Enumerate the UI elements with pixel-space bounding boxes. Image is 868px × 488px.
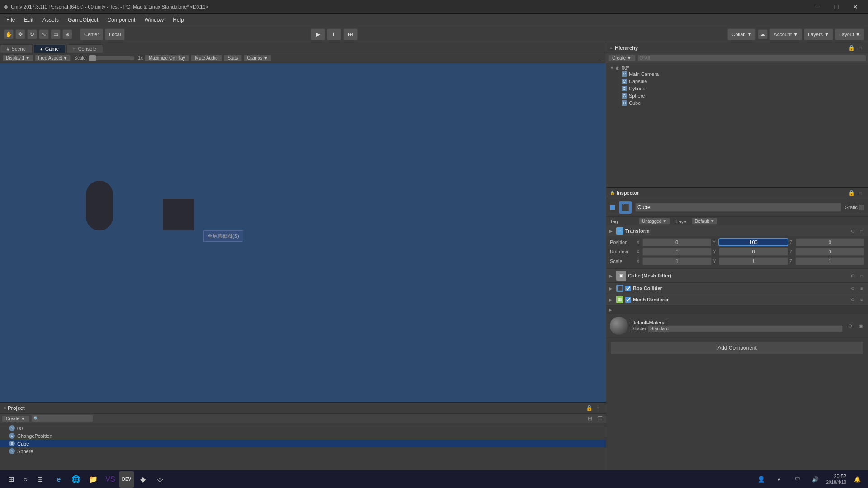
menu-window[interactable]: Window bbox=[140, 15, 168, 25]
project-filter-icon[interactable]: ⊞ bbox=[586, 414, 594, 422]
scale-x-field[interactable] bbox=[642, 257, 712, 265]
box-collider-options-icon[interactable]: ≡ bbox=[858, 285, 865, 292]
project-item-cube[interactable]: S Cube bbox=[0, 440, 606, 447]
mesh-filter-header[interactable]: ▶ ▣ Cube (Mesh Filter) ⚙ ≡ bbox=[606, 269, 868, 282]
game-panel-minimize[interactable]: _ bbox=[597, 55, 603, 61]
menu-file[interactable]: File bbox=[2, 15, 19, 25]
box-collider-menu-icon[interactable]: ⚙ bbox=[849, 285, 856, 292]
hierarchy-scene-root[interactable]: ▼ ◐ 00* bbox=[606, 64, 868, 70]
add-component-button[interactable]: Add Component bbox=[611, 342, 863, 354]
taskbar-search-button[interactable]: ○ bbox=[18, 472, 33, 487]
minimize-button[interactable]: ─ bbox=[808, 0, 826, 14]
transform-menu-icon[interactable]: ⚙ bbox=[849, 227, 856, 235]
move-tool-icon[interactable]: ✜ bbox=[15, 29, 25, 39]
menu-edit[interactable]: Edit bbox=[19, 15, 38, 25]
position-x-field[interactable] bbox=[642, 238, 711, 246]
tab-game[interactable]: ● Game bbox=[33, 44, 66, 53]
display-dropdown[interactable]: Display 1 ▼ bbox=[3, 55, 33, 61]
project-item-00[interactable]: S 00 bbox=[0, 424, 606, 432]
hierarchy-item-cylinder[interactable]: C Cylinder bbox=[606, 85, 868, 92]
mesh-renderer-menu-icon[interactable]: ⚙ bbox=[849, 296, 856, 303]
project-view-icon[interactable]: ☰ bbox=[596, 414, 604, 422]
menu-gameobject[interactable]: GameObject bbox=[63, 15, 103, 25]
transform-header[interactable]: ▶ ↔ Transform ⚙ ≡ bbox=[606, 225, 868, 236]
maximize-button[interactable]: □ bbox=[827, 0, 845, 14]
static-checkbox[interactable] bbox=[859, 205, 864, 210]
pause-button[interactable]: ⏸ bbox=[327, 28, 341, 40]
center-button[interactable]: Center bbox=[80, 28, 103, 40]
play-button[interactable]: ▶ bbox=[311, 28, 325, 40]
position-z-field[interactable] bbox=[796, 238, 864, 246]
hierarchy-item-maincamera[interactable]: C Main Camera bbox=[606, 70, 868, 78]
taskbar-unity2-icon[interactable]: ◇ bbox=[152, 471, 168, 488]
project-item-sphere[interactable]: S Sphere bbox=[0, 447, 606, 455]
material-select-icon[interactable]: ◉ bbox=[857, 322, 864, 329]
hierarchy-options-icon[interactable]: ≡ bbox=[856, 44, 864, 52]
rotate-tool-icon[interactable]: ↻ bbox=[27, 29, 37, 39]
hierarchy-lock-icon[interactable]: 🔒 bbox=[847, 44, 855, 52]
taskbar-network-icon[interactable]: 👤 bbox=[754, 472, 769, 487]
rotation-z-field[interactable] bbox=[795, 248, 864, 256]
taskbar-file-explorer-icon[interactable]: 📁 bbox=[85, 471, 101, 488]
object-active-checkbox[interactable] bbox=[610, 205, 615, 210]
close-button[interactable]: ✕ bbox=[846, 0, 864, 14]
mute-audio-button[interactable]: Mute Audio bbox=[191, 55, 222, 61]
mesh-filter-options-icon[interactable]: ≡ bbox=[858, 272, 865, 279]
rotation-x-field[interactable] bbox=[642, 248, 712, 256]
taskbar-speaker-icon[interactable]: 🔊 bbox=[808, 472, 823, 487]
step-button[interactable]: ⏭ bbox=[343, 28, 358, 40]
project-search-input[interactable] bbox=[31, 415, 93, 422]
taskbar-task-view-button[interactable]: ⊟ bbox=[33, 472, 47, 487]
material-header[interactable]: ▶ bbox=[606, 305, 868, 314]
material-menu-icon[interactable]: ⚙ bbox=[846, 322, 854, 329]
tag-dropdown[interactable]: Untagged ▼ bbox=[639, 218, 670, 225]
gizmos-dropdown[interactable]: Gizmos ▼ bbox=[244, 55, 271, 61]
project-lock-icon[interactable]: 🔒 bbox=[585, 404, 593, 412]
rotation-y-field[interactable] bbox=[719, 248, 788, 256]
taskbar-vs-icon[interactable]: VS bbox=[102, 471, 118, 488]
transform-options-icon[interactable]: ≡ bbox=[858, 227, 865, 235]
taskbar-chrome-icon[interactable]: 🌐 bbox=[68, 471, 84, 488]
mesh-renderer-enabled-checkbox[interactable] bbox=[625, 297, 631, 303]
taskbar-system-tray[interactable]: ∧ bbox=[772, 472, 787, 487]
project-options-icon[interactable]: ≡ bbox=[594, 404, 602, 412]
layers-button[interactable]: Layers ▼ bbox=[804, 28, 833, 40]
menu-component[interactable]: Component bbox=[103, 15, 140, 25]
scale-tool-icon[interactable]: ⤡ bbox=[39, 29, 49, 39]
hand-tool-icon[interactable]: ✋ bbox=[4, 29, 14, 39]
local-button[interactable]: Local bbox=[105, 28, 125, 40]
mesh-renderer-header[interactable]: ▶ ▦ Mesh Renderer ⚙ ≡ bbox=[606, 294, 868, 305]
rect-tool-icon[interactable]: ▭ bbox=[51, 29, 61, 39]
cloud-icon[interactable]: ☁ bbox=[758, 29, 768, 39]
tab-console[interactable]: ≡ Console bbox=[66, 44, 103, 53]
mesh-renderer-options-icon[interactable]: ≡ bbox=[858, 296, 865, 303]
hierarchy-item-sphere[interactable]: C Sphere bbox=[606, 92, 868, 99]
layout-button[interactable]: Layout ▼ bbox=[835, 28, 864, 40]
menu-assets[interactable]: Assets bbox=[38, 15, 63, 25]
start-button[interactable]: ⊞ bbox=[4, 472, 18, 487]
menu-help[interactable]: Help bbox=[168, 15, 189, 25]
object-name-field[interactable] bbox=[635, 203, 841, 212]
maximize-on-play-button[interactable]: Maximize On Play bbox=[145, 55, 189, 61]
account-button[interactable]: Account ▼ bbox=[769, 28, 802, 40]
mesh-filter-menu-icon[interactable]: ⚙ bbox=[849, 272, 856, 279]
inspector-lock-icon[interactable]: 🔒 bbox=[847, 189, 855, 197]
box-collider-enabled-checkbox[interactable] bbox=[625, 286, 631, 291]
taskbar-edge-icon[interactable]: e bbox=[51, 471, 67, 488]
inspector-options-icon[interactable]: ≡ bbox=[856, 189, 864, 197]
hierarchy-search-input[interactable] bbox=[637, 55, 866, 62]
scale-y-field[interactable] bbox=[719, 257, 788, 265]
tab-scene[interactable]: # Scene bbox=[0, 44, 33, 53]
taskbar-notifications-icon[interactable]: 🔔 bbox=[850, 472, 864, 487]
taskbar-dev-icon[interactable]: DEV bbox=[119, 471, 134, 488]
layer-dropdown[interactable]: Default ▼ bbox=[692, 218, 718, 225]
hierarchy-item-capsule[interactable]: C Capsule bbox=[606, 78, 868, 85]
box-collider-header[interactable]: ▶ ⬛ Box Collider ⚙ ≡ bbox=[606, 283, 868, 294]
time-display[interactable]: 20:52 2018/4/18 bbox=[826, 473, 847, 485]
stats-button[interactable]: Stats bbox=[224, 55, 242, 61]
project-item-changeposition[interactable]: S ChangePosition bbox=[0, 432, 606, 440]
taskbar-unity-icon[interactable]: ◆ bbox=[135, 471, 151, 488]
scale-handle[interactable] bbox=[89, 55, 96, 61]
taskbar-language-icon[interactable]: 中 bbox=[790, 472, 805, 487]
hierarchy-create-button[interactable]: Create ▼ bbox=[608, 55, 636, 61]
